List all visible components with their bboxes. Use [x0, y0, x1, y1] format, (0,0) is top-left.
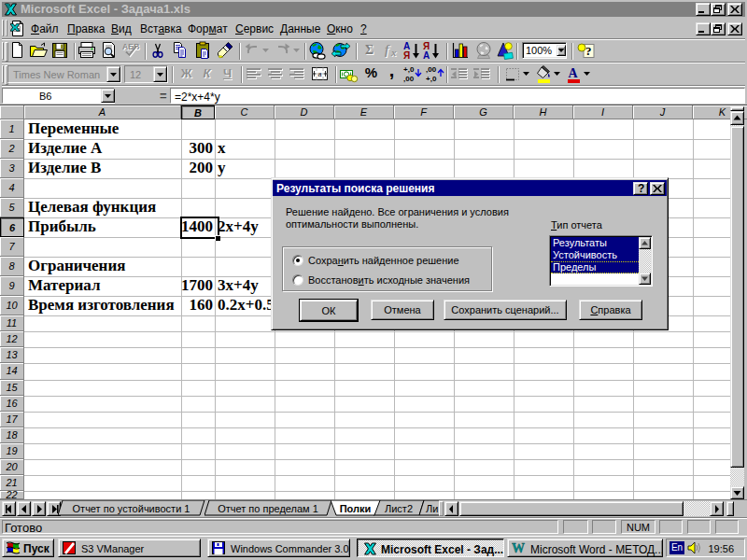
svg-text:АБВ: АБВ [122, 42, 139, 51]
svg-text:А: А [423, 50, 430, 61]
svg-text:Я: Я [403, 50, 410, 61]
svg-text:,00: ,00 [426, 65, 437, 74]
svg-text:x: x [390, 47, 397, 58]
svg-text:Σ: Σ [365, 43, 374, 57]
svg-text:+,0: +,0 [403, 65, 415, 74]
svg-text:W: W [512, 541, 525, 555]
svg-text:+,0: +,0 [426, 75, 437, 83]
svg-text:a: a [318, 69, 322, 78]
svg-text:?: ? [585, 44, 592, 58]
svg-text:,00: ,00 [403, 75, 415, 83]
svg-text:А: А [569, 66, 579, 80]
